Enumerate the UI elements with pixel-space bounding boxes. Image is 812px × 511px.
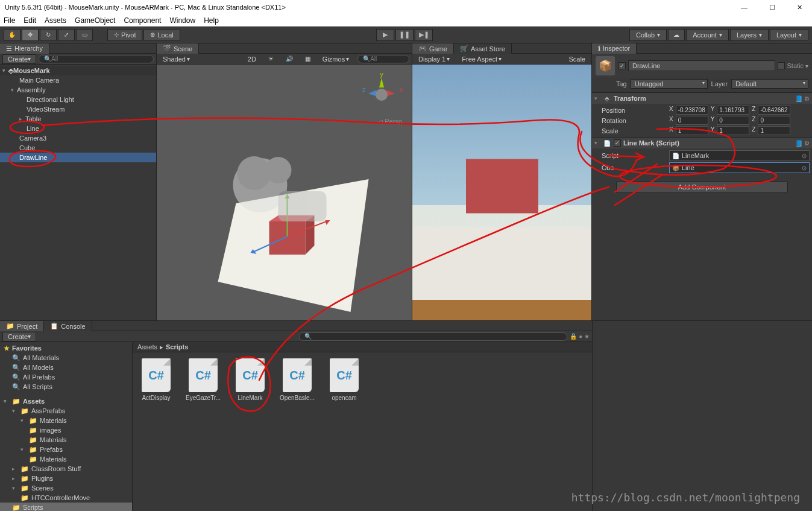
hierarchy-item[interactable]: Cube xyxy=(0,143,156,153)
folder-scripts[interactable]: 📁 Scripts xyxy=(0,503,132,511)
console-tab[interactable]: 📋 Console xyxy=(44,321,92,331)
folder-item[interactable]: 📁 images xyxy=(0,425,132,435)
component-settings-icon[interactable]: 📘 ⚙ xyxy=(795,95,810,102)
asset-item[interactable]: C#EyeGazeTr... xyxy=(186,358,221,401)
asset-item[interactable]: C#OpenBasle... xyxy=(280,358,315,401)
project-search[interactable] xyxy=(299,332,568,341)
rotate-tool[interactable]: ↻ xyxy=(40,29,57,41)
cloud-button[interactable]: ☁ xyxy=(668,29,685,41)
menu-assets[interactable]: Assets xyxy=(45,16,66,25)
hierarchy-item[interactable]: ▾Assembly xyxy=(0,85,156,95)
scale-y[interactable] xyxy=(717,126,749,135)
local-toggle[interactable]: ⊕ Local xyxy=(143,29,180,41)
fav-item[interactable]: 🔍 All Materials xyxy=(0,353,132,363)
hierarchy-tree[interactable]: ▾⬘ MouseMark Main Camera ▾Assembly Direc… xyxy=(0,65,156,320)
inspector-tab[interactable]: ℹ Inspector xyxy=(592,43,637,54)
breadcrumb[interactable]: Assets ▸ Scripts xyxy=(133,342,592,352)
scene-gizmo[interactable]: y x z xyxy=(357,71,406,119)
pos-z[interactable] xyxy=(758,106,790,115)
pos-y[interactable] xyxy=(717,106,749,115)
transform-header[interactable]: ▾⬘ Transform 📘 ⚙ xyxy=(592,93,812,104)
layout-dropdown[interactable]: Layout ▾ xyxy=(770,29,808,41)
tag-dropdown[interactable]: Untagged xyxy=(631,79,708,89)
asset-store-tab[interactable]: 🛒 Asset Store xyxy=(454,43,512,54)
step-button[interactable]: ▶❚ xyxy=(415,29,433,41)
close-button[interactable]: ✕ xyxy=(792,4,807,11)
hierarchy-item[interactable]: VideoStream xyxy=(0,104,156,114)
persp-label[interactable]: ◁ Persp xyxy=(378,118,402,125)
layer-dropdown[interactable]: Default xyxy=(731,79,808,89)
scale-x[interactable] xyxy=(676,126,708,135)
account-dropdown[interactable]: Account ▾ xyxy=(686,29,729,41)
menu-help[interactable]: Help xyxy=(204,16,219,25)
folder-item[interactable]: ▾📁 AssPrefabs xyxy=(0,406,132,416)
fav-item[interactable]: 🔍 All Models xyxy=(0,363,132,372)
asset-item[interactable]: C#ActDisplay xyxy=(139,358,174,401)
gameobject-icon[interactable]: 📦 xyxy=(596,56,615,75)
folder-item[interactable]: 📁 HTCControllerMove xyxy=(0,493,132,503)
maximize-button[interactable]: ☐ xyxy=(764,4,780,11)
favorites-header[interactable]: ★ Favorites xyxy=(0,343,132,353)
folder-item[interactable]: ▾📁 Scenes xyxy=(0,483,132,493)
rot-y[interactable] xyxy=(717,116,749,125)
menu-window[interactable]: Window xyxy=(169,16,195,25)
shaded-dropdown[interactable]: Shaded ▾ xyxy=(159,55,194,63)
hierarchy-item[interactable]: ▸Table xyxy=(0,114,156,124)
rot-z[interactable] xyxy=(758,116,790,125)
pos-x[interactable] xyxy=(676,106,708,115)
play-button[interactable]: ▶ xyxy=(376,29,394,41)
folder-item[interactable]: 📁 Materials xyxy=(0,454,132,464)
scene-root[interactable]: ▾⬘ MouseMark xyxy=(0,66,156,75)
game-tab[interactable]: 🎮 Game xyxy=(412,43,454,54)
menu-gameobject[interactable]: GameObject xyxy=(75,16,115,25)
add-component-button[interactable]: Add Component xyxy=(616,181,788,193)
hand-tool[interactable]: ✋ xyxy=(4,29,20,41)
pause-button[interactable]: ❚❚ xyxy=(395,29,414,41)
scene-viewport[interactable]: y x z ◁ Persp xyxy=(157,65,412,320)
fx-toggle[interactable]: ▦ xyxy=(301,55,314,63)
menu-file[interactable]: File xyxy=(4,16,15,25)
folder-item[interactable]: ▾📁 Prefabs xyxy=(0,445,132,454)
project-create-button[interactable]: Create ▾ xyxy=(2,332,36,341)
collab-dropdown[interactable]: Collab ▾ xyxy=(629,29,667,41)
menu-component[interactable]: Component xyxy=(124,16,161,25)
folder-item[interactable]: ▸📁 Plugins xyxy=(0,474,132,483)
folder-item[interactable]: 📁 Materials xyxy=(0,435,132,445)
static-toggle[interactable]: Static ▾ xyxy=(778,62,808,69)
component-settings-icon[interactable]: 📘 ⚙ xyxy=(795,140,810,147)
lighting-toggle[interactable]: ☀ xyxy=(265,55,277,63)
linemark-header[interactable]: ▾📄 ✓ Line Mark (Script) 📘 ⚙ xyxy=(592,138,812,148)
fav-item[interactable]: 🔍 All Prefabs xyxy=(0,372,132,382)
scene-tab[interactable]: 🎬 Scene xyxy=(157,43,199,54)
folder-item[interactable]: ▾📁 Materials xyxy=(0,416,132,425)
display-dropdown[interactable]: Display 1 ▾ xyxy=(415,55,453,63)
assets-root[interactable]: ▾📁 Assets xyxy=(0,396,132,406)
project-folder-tree[interactable]: ★ Favorites 🔍 All Materials 🔍 All Models… xyxy=(0,342,133,511)
folder-item[interactable]: ▸📁 ClassRoom Stuff xyxy=(0,464,132,474)
hierarchy-item[interactable]: Main Camera xyxy=(0,75,156,85)
hierarchy-create-button[interactable]: Create ▾ xyxy=(2,54,36,64)
aspect-dropdown[interactable]: Free Aspect ▾ xyxy=(458,55,505,63)
hierarchy-search-input[interactable] xyxy=(39,55,154,63)
assets-grid[interactable]: C#ActDisplay C#EyeGazeTr... C#LineMark C… xyxy=(133,352,592,511)
pivot-toggle[interactable]: ⊹ Pivot xyxy=(107,29,142,41)
scale-z[interactable] xyxy=(758,126,790,135)
layers-dropdown[interactable]: Layers ▾ xyxy=(730,29,769,41)
project-tab[interactable]: 📁 Project xyxy=(0,321,44,331)
menu-edit[interactable]: Edit xyxy=(24,16,36,25)
move-tool[interactable]: ✥ xyxy=(22,29,39,41)
2d-toggle[interactable]: 2D xyxy=(244,55,260,63)
rect-tool[interactable]: ▭ xyxy=(76,29,93,41)
script-field[interactable]: 📄 LineMark xyxy=(669,150,810,161)
script-enabled-checkbox[interactable]: ✓ xyxy=(614,139,621,147)
obs-field[interactable]: 📦 Line xyxy=(669,162,810,173)
minimize-button[interactable]: — xyxy=(736,4,752,11)
hierarchy-item[interactable]: Camera3 xyxy=(0,133,156,143)
rot-x[interactable] xyxy=(676,116,708,125)
gizmos-dropdown[interactable]: Gizmos ▾ xyxy=(319,55,353,63)
hierarchy-tab[interactable]: ☰ Hierarchy xyxy=(0,43,49,54)
object-name-field[interactable] xyxy=(628,60,775,71)
fav-item[interactable]: 🔍 All Scripts xyxy=(0,382,132,392)
hierarchy-item-line[interactable]: Line xyxy=(0,124,156,133)
asset-item-linemark[interactable]: C#LineMark xyxy=(233,358,268,401)
